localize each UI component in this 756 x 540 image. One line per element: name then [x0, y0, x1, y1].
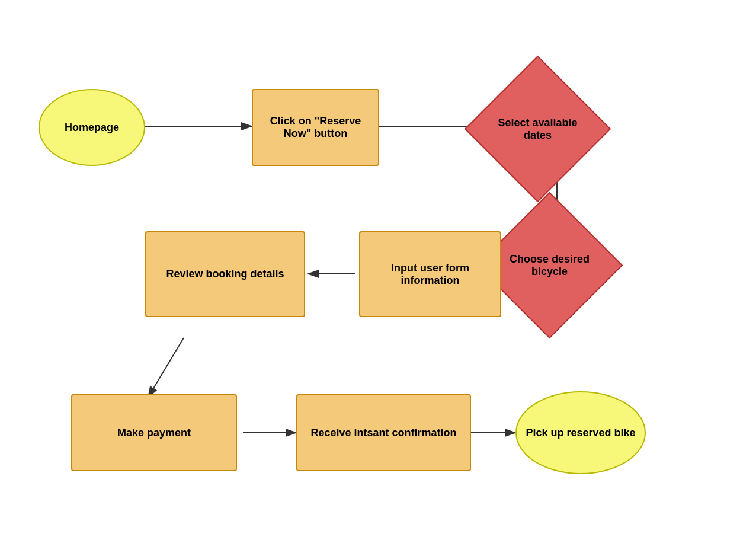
homepage-node: Homepage: [39, 89, 145, 166]
review-booking-label: Review booking details: [166, 268, 284, 280]
choose-bicycle-label: Choose desired bicycle: [498, 253, 601, 278]
svg-line-7: [148, 338, 184, 397]
make-payment-node: Make payment: [71, 394, 237, 471]
receive-confirmation-node: Receive intsant confirmation: [296, 394, 471, 471]
make-payment-label: Make payment: [117, 427, 191, 439]
choose-bicycle-node: Choose desired bicycle: [498, 213, 601, 317]
select-dates-label: Select available dates: [486, 117, 590, 142]
pick-up-label: Pick up reserved bike: [526, 427, 635, 439]
input-form-node: Input user form information: [359, 231, 501, 317]
reserve-now-label: Click on "Reserve Now" button: [259, 115, 372, 140]
pick-up-node: Pick up reserved bike: [515, 391, 646, 474]
homepage-label: Homepage: [65, 122, 119, 134]
flowchart: Homepage Click on "Reserve Now" button S…: [0, 0, 756, 540]
receive-confirmation-label: Receive intsant confirmation: [310, 427, 456, 439]
review-booking-node: Review booking details: [145, 231, 305, 317]
input-form-label: Input user form information: [366, 262, 494, 287]
select-dates-node: Select available dates: [486, 77, 590, 181]
reserve-now-node: Click on "Reserve Now" button: [252, 89, 379, 166]
